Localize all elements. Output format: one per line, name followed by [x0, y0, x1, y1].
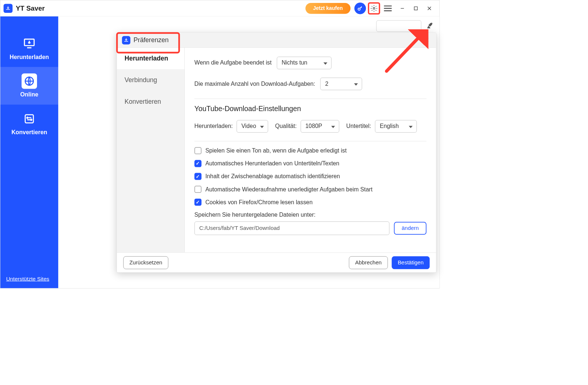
subtitle-label: Untertitel:	[346, 123, 371, 129]
save-path-label: Speichern Sie heruntergeladene Dateien u…	[194, 212, 426, 218]
max-tasks-select[interactable]: 2	[320, 78, 362, 90]
change-path-button[interactable]: ändern	[394, 222, 427, 235]
sidebar-item-convert[interactable]: Konvertieren	[0, 104, 58, 142]
sidebar-item-online[interactable]: Online	[0, 67, 58, 105]
license-key-button[interactable]	[354, 3, 366, 14]
buy-now-button[interactable]: Jetzt kaufen	[305, 3, 350, 14]
svg-point-1	[373, 7, 375, 9]
dialog-close-button[interactable]: ✕	[422, 36, 431, 45]
checkbox-row: Cookies von Firefox/Chrome lesen lassen	[194, 199, 426, 206]
reset-button[interactable]: Zurücksetzen	[123, 256, 168, 269]
cancel-button[interactable]: Abbrechen	[349, 256, 388, 269]
supported-sites-link[interactable]: Unterstützte Sites	[6, 276, 49, 282]
quality-label: Qualität:	[275, 123, 297, 129]
svg-rect-2	[414, 7, 418, 10]
max-tasks-label: Die maximale Anzahl von Download-Aufgabe…	[194, 81, 315, 87]
settings-button[interactable]	[368, 2, 380, 14]
subtitle-select[interactable]: English	[375, 120, 417, 132]
svg-point-0	[358, 8, 360, 10]
task-done-label: Wenn die Aufgabe beendet ist	[194, 59, 272, 66]
window-minimize-button[interactable]	[396, 3, 409, 14]
dialog-tab-download[interactable]: Herunterladen	[117, 48, 184, 69]
sidebar-item-label: Konvertieren	[11, 129, 47, 136]
menu-button[interactable]	[382, 3, 394, 14]
dialog-tab-convert[interactable]: Konvertieren	[117, 91, 184, 113]
sidebar-item-label: Online	[20, 91, 38, 98]
window-close-button[interactable]	[423, 3, 436, 14]
dialog-content: Wenn die Aufgabe beendet ist Nichts tun …	[185, 48, 436, 252]
app-logo-icon	[4, 4, 13, 13]
main-content: twitter Twitter Apple Music fansly Fansl…	[58, 16, 440, 288]
checkbox-3[interactable]	[194, 186, 201, 193]
save-path-input[interactable]: C:/Users/fab/YT Saver/Download	[194, 221, 389, 235]
checkbox-row: Spielen Sie einen Ton ab, wenn die Aufga…	[194, 147, 426, 154]
svg-rect-5	[25, 115, 33, 123]
dialog-header: Präferenzen ✕	[117, 33, 436, 48]
sidebar: Herunterladen Online Konvertieren Unters…	[0, 16, 58, 288]
clear-icon[interactable]	[426, 22, 434, 31]
sidebar-item-label: Herunterladen	[10, 54, 49, 60]
dialog-title: Präferenzen	[133, 36, 169, 44]
checkbox-label: Automatisches Herunterladen von Untertit…	[205, 160, 339, 167]
window-maximize-button[interactable]	[409, 3, 423, 14]
convert-icon	[22, 111, 37, 126]
quality-select[interactable]: 1080P	[301, 120, 339, 132]
download-icon	[22, 36, 37, 51]
checkbox-label: Automatische Wiederaufnahme unerledigter…	[205, 186, 372, 192]
checkbox-4[interactable]	[194, 199, 201, 206]
checkbox-label: Inhalt der Zwischenablage automatisch id…	[205, 173, 340, 180]
checkbox-label: Spielen Sie einen Ton ab, wenn die Aufga…	[205, 147, 346, 154]
checkbox-0[interactable]	[194, 147, 201, 154]
globe-icon	[22, 73, 37, 89]
sidebar-item-download[interactable]: Herunterladen	[0, 29, 58, 67]
download-type-label: Herunterladen:	[194, 123, 233, 129]
checkbox-row: Automatisches Herunterladen von Untertit…	[194, 160, 426, 167]
dialog-tab-connection[interactable]: Verbindung	[117, 69, 184, 91]
checkbox-row: Automatische Wiederaufnahme unerledigter…	[194, 186, 426, 193]
dialog-logo-icon	[122, 36, 131, 44]
checkbox-1[interactable]	[194, 160, 201, 167]
youtube-section-title: YouTube-Download-Einstellungen	[194, 104, 426, 113]
download-type-select[interactable]: Video	[236, 120, 268, 132]
dialog-footer: Zurücksetzen Abbrechen Bestätigen	[117, 252, 436, 272]
checkbox-row: Inhalt der Zwischenablage automatisch id…	[194, 173, 426, 180]
titlebar: YT Saver Jetzt kaufen	[0, 0, 440, 16]
dialog-sidebar: Herunterladen Verbindung Konvertieren	[117, 48, 185, 252]
checkbox-2[interactable]	[194, 173, 201, 180]
task-done-select[interactable]: Nichts tun	[277, 57, 331, 69]
preferences-dialog: Präferenzen ✕ Herunterladen Verbindung K…	[117, 33, 437, 273]
app-title: YT Saver	[16, 4, 45, 12]
url-input[interactable]	[376, 20, 421, 32]
checkbox-label: Cookies von Firefox/Chrome lesen lassen	[205, 199, 313, 205]
confirm-button[interactable]: Bestätigen	[392, 256, 430, 269]
